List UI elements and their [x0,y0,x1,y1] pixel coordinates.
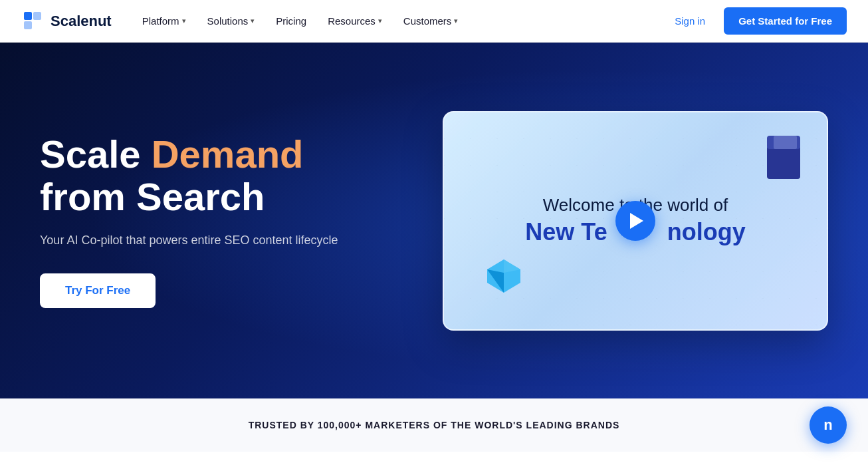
nav-item-pricing[interactable]: Pricing [267,10,316,32]
floating-icon-label: n [823,416,832,434]
hero-subtitle: Your AI Co-pilot that powers entire SEO … [40,232,403,249]
chevron-down-icon: ▾ [378,17,382,25]
navbar: Scalenut Platform ▾ Solutions ▾ Pricing … [0,0,868,43]
chevron-down-icon: ▾ [454,17,458,25]
video-title-post: nology [667,218,746,245]
nav-item-platform[interactable]: Platform ▾ [133,10,195,32]
chevron-down-icon: ▾ [182,17,186,25]
gem-shape-icon [484,256,524,296]
nav-item-solutions[interactable]: Solutions ▾ [198,10,265,32]
trusted-section: TRUSTED BY 100,000+ MARKETERS OF THE WOR… [0,398,868,452]
nav-links: Platform ▾ Solutions ▾ Pricing Resources… [133,10,667,32]
nav-item-customers[interactable]: Customers ▾ [394,10,468,32]
get-started-button[interactable]: Get Started for Free [724,7,847,35]
hero-title: Scale Demand from Search [40,133,403,218]
hero-right: Welcome to the world of New Te nology [443,111,828,331]
hero-left: Scale Demand from Search Your AI Co-pilo… [40,133,403,308]
svg-rect-9 [774,136,797,149]
trusted-text: TRUSTED BY 100,000+ MARKETERS OF THE WOR… [40,420,828,430]
nav-actions: Sign in Get Started for Free [667,7,847,35]
logo-text: Scalenut [51,13,112,30]
hero-section: Scale Demand from Search Your AI Co-pilo… [0,43,868,398]
video-title-pre: New Te [525,218,607,245]
sign-in-link[interactable]: Sign in [667,10,713,32]
block-shape-icon [760,132,807,186]
logo[interactable]: Scalenut [21,9,112,33]
video-container[interactable]: Welcome to the world of New Te nology [443,111,828,331]
chevron-down-icon: ▾ [251,17,255,25]
nav-item-resources[interactable]: Resources ▾ [318,10,391,32]
svg-rect-3 [24,21,32,29]
hero-title-from-search: from Search [40,175,265,218]
floating-chat-button[interactable]: n [810,406,847,444]
logo-icon [21,9,45,33]
svg-rect-7 [767,146,800,179]
hero-title-accent: Demand [152,132,304,176]
try-for-free-button[interactable]: Try For Free [40,273,156,308]
svg-rect-2 [33,12,41,20]
hero-title-pre: Scale [40,132,152,176]
svg-rect-1 [24,12,32,20]
play-triangle-icon [630,213,643,229]
video-play-button[interactable] [615,201,655,241]
